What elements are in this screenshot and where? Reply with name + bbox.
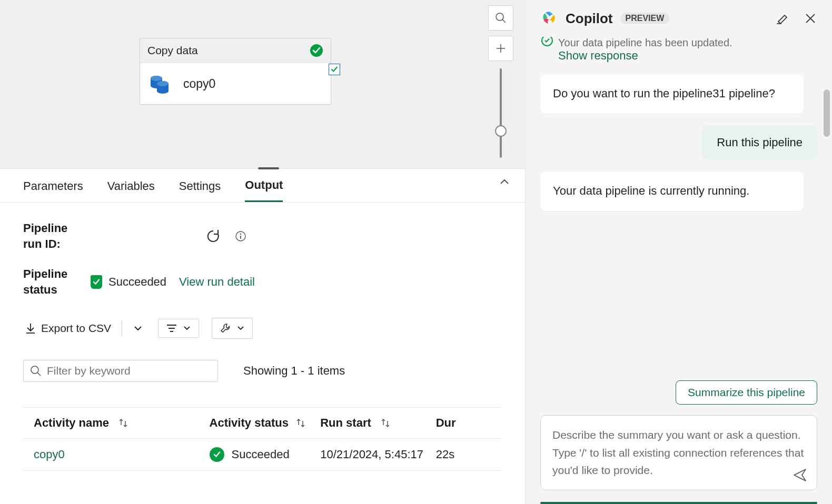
assistant-message: Your data pipeline is currently running. [540, 172, 804, 211]
filter-row: Showing 1 - 1 items [23, 360, 502, 382]
tab-settings[interactable]: Settings [179, 179, 221, 201]
output-toolbar: Export to CSV [23, 318, 502, 339]
chevron-down-icon [183, 324, 191, 332]
sort-icon[interactable] [118, 418, 128, 428]
chat-scrollbar[interactable] [824, 89, 830, 380]
activity-name-cell[interactable]: copy0 [34, 448, 65, 461]
export-csv-label: Export to CSV [41, 322, 111, 335]
sort-icon[interactable] [296, 418, 305, 428]
status-row: Pipeline status Succeeded View run detai… [23, 266, 502, 297]
activity-card-body: copy0 [140, 63, 331, 104]
copilot-logo-icon [540, 9, 558, 27]
tab-parameters[interactable]: Parameters [23, 179, 83, 201]
assistant-message: Do you want to run the pipeline31 pipeli… [540, 74, 804, 114]
svg-point-8 [157, 81, 169, 86]
activities-table: Activity name Activity status Run start … [23, 407, 502, 471]
chevron-down-icon [236, 324, 245, 332]
tab-output[interactable]: Output [245, 178, 283, 202]
filter-keyword-input[interactable] [47, 365, 211, 377]
run-start-cell: 10/21/2024, 5:45:17 [320, 448, 423, 461]
showing-count: Showing 1 - 1 items [243, 364, 345, 378]
svg-point-21 [31, 366, 38, 374]
success-circle-icon [210, 447, 224, 462]
status-message-row: Your data pipeline has been updated. Sho… [540, 37, 817, 63]
svg-point-7 [157, 88, 169, 94]
info-icon[interactable] [235, 230, 246, 242]
user-action-message: Run this pipeline [702, 125, 817, 160]
filter-columns-button[interactable] [158, 319, 199, 338]
toolbar-divider [122, 320, 122, 336]
copilot-header: Copilot PREVIEW [526, 0, 832, 37]
svg-point-14 [240, 233, 241, 234]
zoom-in-button[interactable] [488, 36, 513, 61]
close-copilot-button[interactable] [804, 11, 817, 26]
customize-columns-button[interactable] [212, 318, 253, 339]
copilot-title: Copilot [566, 11, 613, 27]
pipeline-canvas[interactable]: Copy data [0, 0, 525, 168]
status-label: Pipeline status [23, 266, 81, 297]
check-circle-icon [541, 37, 553, 46]
col-activity-name[interactable]: Activity name [34, 416, 109, 430]
table-row[interactable]: copy0 Succeeded 10/21/2024, 5:45:17 22s [23, 439, 502, 471]
svg-line-10 [502, 19, 506, 23]
svg-point-4 [151, 76, 162, 81]
refresh-icon[interactable] [205, 228, 221, 244]
scrollbar-thumb[interactable] [824, 89, 830, 137]
wrench-icon [220, 322, 231, 334]
sort-icon[interactable] [381, 418, 390, 428]
copilot-input[interactable]: Describe the summary you want or ask a q… [540, 415, 817, 490]
collapse-panel-button[interactable] [499, 176, 510, 188]
activity-card-header: Copy data [140, 38, 331, 63]
main-pane: Copy data [0, 0, 525, 504]
success-status-icon [310, 44, 323, 57]
svg-point-9 [496, 13, 503, 21]
download-icon [25, 322, 36, 334]
activity-name-label: copy0 [183, 77, 215, 91]
search-canvas-button[interactable] [488, 5, 513, 31]
filter-keyword-input-wrapper[interactable] [23, 360, 218, 382]
status-chip: Succeeded [91, 275, 166, 289]
run-id-row: Pipeline run ID: [23, 220, 502, 251]
copilot-input-placeholder: Describe the summary you want or ask a q… [552, 426, 805, 479]
database-copy-icon [148, 73, 171, 95]
properties-panel: Parameters Variables Settings Output Pip… [0, 168, 525, 504]
filter-lines-icon [166, 324, 177, 333]
send-button[interactable] [793, 468, 807, 482]
chat-area: Your data pipeline has been updated. Sho… [526, 37, 832, 380]
canvas-controls [488, 5, 513, 158]
copy-data-activity-card[interactable]: Copy data [140, 38, 331, 105]
col-duration[interactable]: Dur [436, 416, 456, 430]
duration-cell: 22s [436, 448, 454, 461]
export-csv-button[interactable]: Export to CSV [23, 319, 113, 338]
col-run-start[interactable]: Run start [320, 416, 371, 430]
run-id-label: Pipeline run ID: [23, 220, 81, 251]
input-progress-bar [540, 502, 817, 504]
output-body: Pipeline run ID: Pipeline status Succeed… [0, 203, 525, 471]
table-header: Activity name Activity status Run start … [23, 408, 502, 439]
status-text: Succeeded [108, 275, 166, 289]
activity-type-label: Copy data [147, 44, 198, 57]
show-response-link[interactable]: Show response [558, 49, 732, 63]
suggestion-chip[interactable]: Summarize this pipeline [676, 380, 817, 405]
properties-tabs: Parameters Variables Settings Output [0, 169, 525, 203]
search-icon [30, 365, 42, 377]
success-connector-handle[interactable] [329, 64, 340, 75]
zoom-slider[interactable] [500, 68, 502, 158]
suggestion-row: Summarize this pipeline [526, 380, 832, 415]
clear-chat-button[interactable] [775, 11, 790, 26]
view-run-detail-link[interactable]: View run detail [179, 275, 255, 289]
shield-check-icon [91, 275, 102, 289]
export-dropdown-button[interactable] [131, 322, 145, 335]
zoom-slider-thumb[interactable] [495, 125, 507, 137]
activity-status-cell: Succeeded [232, 448, 290, 461]
col-activity-status[interactable]: Activity status [210, 416, 289, 430]
copilot-panel: Copilot PREVIEW Your data pipeline has b… [525, 0, 832, 504]
truncated-update-msg: Your data pipeline has been updated. [558, 37, 732, 49]
svg-line-22 [37, 372, 41, 376]
tab-variables[interactable]: Variables [107, 179, 155, 201]
preview-badge: PREVIEW [620, 13, 670, 24]
